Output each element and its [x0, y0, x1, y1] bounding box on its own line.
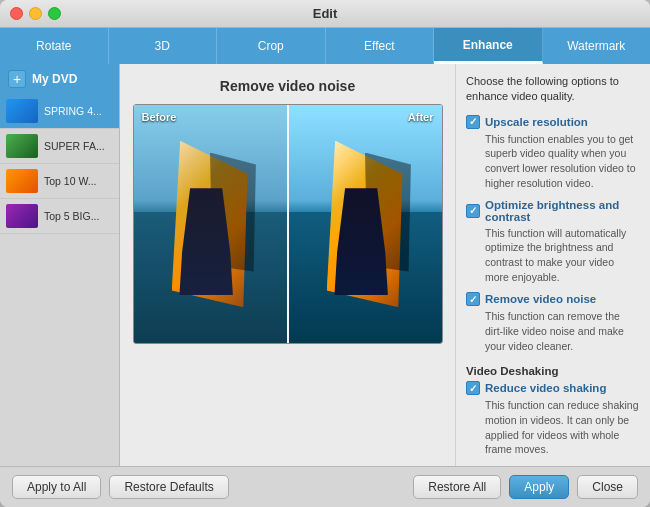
option-brightness-header: Optimize brightness and contrast: [466, 199, 640, 223]
checkbox-upscale[interactable]: [466, 115, 480, 129]
tab-3d[interactable]: 3D: [109, 28, 218, 64]
option-noise: Remove video noise This function can rem…: [466, 292, 640, 353]
minimize-window-button[interactable]: [29, 7, 42, 20]
option-noise-desc: This function can remove the dirt-like v…: [466, 309, 640, 353]
sidebar-thumb-4: [6, 204, 38, 228]
center-panel: Remove video noise Before: [120, 64, 455, 466]
tab-bar: Rotate 3D Crop Effect Enhance Watermark: [0, 28, 650, 64]
option-upscale-desc: This function enables you to get superb …: [466, 132, 640, 191]
preview-title: Remove video noise: [220, 78, 355, 94]
panel-intro: Choose the following options to enhance …: [466, 74, 640, 105]
title-bar: Edit: [0, 0, 650, 28]
preview-before: Before: [134, 105, 287, 343]
checkbox-brightness[interactable]: [466, 204, 480, 218]
sidebar: + My DVD SPRING 4... SUPER FA... Top 10 …: [0, 64, 120, 466]
tab-effect[interactable]: Effect: [326, 28, 435, 64]
option-deshake-header: Reduce video shaking: [466, 381, 640, 395]
option-upscale-header: Upscale resolution: [466, 115, 640, 129]
add-button[interactable]: +: [8, 70, 26, 88]
apply-to-all-button[interactable]: Apply to All: [12, 475, 101, 499]
apply-button[interactable]: Apply: [509, 475, 569, 499]
window-title: Edit: [313, 6, 338, 21]
sidebar-item-label-3: Top 10 W...: [44, 175, 97, 187]
option-brightness: Optimize brightness and contrast This fu…: [466, 199, 640, 285]
restore-defaults-button[interactable]: Restore Defaults: [109, 475, 228, 499]
preview-container: Before After: [133, 104, 443, 344]
deshaking-section-label: Video Deshaking: [466, 365, 640, 377]
main-content: + My DVD SPRING 4... SUPER FA... Top 10 …: [0, 64, 650, 466]
edit-window: Edit Rotate 3D Crop Effect Enhance Water…: [0, 0, 650, 507]
bottom-right-buttons: Restore All Apply Close: [413, 475, 638, 499]
option-brightness-desc: This function will automatically optimiz…: [466, 226, 640, 285]
preview-divider: [287, 105, 289, 343]
sidebar-title: My DVD: [32, 72, 77, 86]
sidebar-item-1[interactable]: SPRING 4...: [0, 94, 119, 129]
close-button[interactable]: Close: [577, 475, 638, 499]
sidebar-header: + My DVD: [0, 64, 119, 94]
sidebar-item-label-4: Top 5 BIG...: [44, 210, 99, 222]
option-brightness-label: Optimize brightness and contrast: [485, 199, 640, 223]
option-noise-header: Remove video noise: [466, 292, 640, 306]
sidebar-item-2[interactable]: SUPER FA...: [0, 129, 119, 164]
sidebar-item-label-2: SUPER FA...: [44, 140, 105, 152]
close-window-button[interactable]: [10, 7, 23, 20]
option-noise-label: Remove video noise: [485, 293, 596, 305]
sidebar-thumb-3: [6, 169, 38, 193]
checkbox-noise[interactable]: [466, 292, 480, 306]
sidebar-thumb-2: [6, 134, 38, 158]
bottom-left-buttons: Apply to All Restore Defaults: [12, 475, 229, 499]
sidebar-item-4[interactable]: Top 5 BIG...: [0, 199, 119, 234]
tab-crop[interactable]: Crop: [217, 28, 326, 64]
option-upscale: Upscale resolution This function enables…: [466, 115, 640, 191]
after-image: [289, 105, 442, 343]
restore-all-button[interactable]: Restore All: [413, 475, 501, 499]
sidebar-thumb-1: [6, 99, 38, 123]
preview-after: After: [289, 105, 442, 343]
maximize-window-button[interactable]: [48, 7, 61, 20]
before-image: [134, 105, 287, 343]
option-deshake: Reduce video shaking This function can r…: [466, 381, 640, 457]
right-panel: Choose the following options to enhance …: [455, 64, 650, 466]
tab-watermark[interactable]: Watermark: [543, 28, 651, 64]
sidebar-item-label-1: SPRING 4...: [44, 105, 102, 117]
window-controls: [10, 7, 61, 20]
option-upscale-label: Upscale resolution: [485, 116, 588, 128]
sidebar-item-3[interactable]: Top 10 W...: [0, 164, 119, 199]
option-deshake-desc: This function can reduce shaking motion …: [466, 398, 640, 457]
before-label: Before: [142, 111, 177, 123]
checkbox-deshake[interactable]: [466, 381, 480, 395]
after-label: After: [408, 111, 434, 123]
option-deshake-label: Reduce video shaking: [485, 382, 606, 394]
tab-rotate[interactable]: Rotate: [0, 28, 109, 64]
bottom-bar: Apply to All Restore Defaults Restore Al…: [0, 466, 650, 507]
tab-enhance[interactable]: Enhance: [434, 28, 543, 64]
